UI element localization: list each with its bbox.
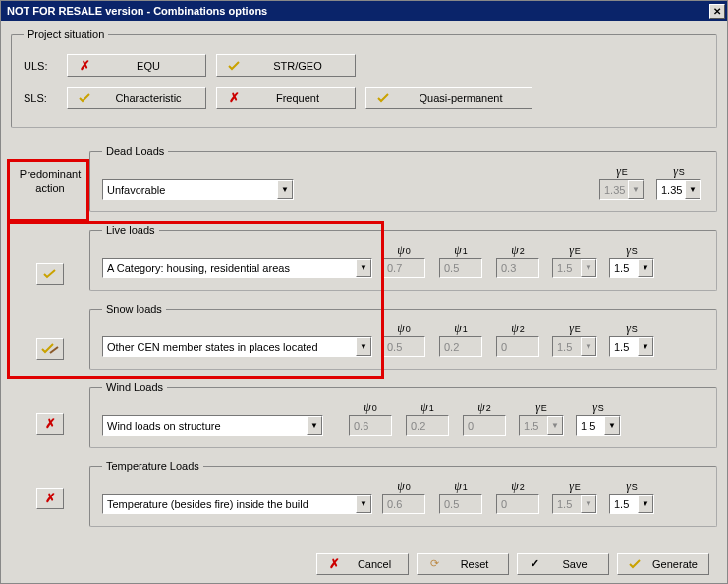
temperature-predominant-toggle[interactable]: ✗ xyxy=(36,488,64,509)
reset-label: Reset xyxy=(451,558,498,570)
dead-gS-value: 1.35 xyxy=(661,184,685,196)
wind-loads-group: Wind Loads Wind loads on structure ▼ ψ00… xyxy=(89,381,717,448)
check-icon xyxy=(227,60,241,72)
psi0-label: ψ0 xyxy=(397,322,410,334)
snow-gS-select[interactable]: 1.5▼ xyxy=(609,336,654,357)
check-icon xyxy=(42,268,58,280)
predominant-column: Predominant action xyxy=(11,146,89,539)
dead-loads-select[interactable]: Unfavorable ▼ xyxy=(102,179,294,200)
temperature-loads-select[interactable]: Temperature (besides fire) inside the bu… xyxy=(102,494,372,514)
temp-gS-value: 1.5 xyxy=(614,498,638,510)
psi1-label: ψ1 xyxy=(420,401,433,413)
snow-gS-value: 1.5 xyxy=(614,341,638,353)
wind-psi2: 0 xyxy=(463,415,506,436)
uls-strgeo-button[interactable]: STR/GEO xyxy=(216,54,356,77)
gamma-e-label: γE xyxy=(569,322,581,334)
sls-quasi-label: Quasi-permanent xyxy=(400,92,522,104)
psi2-label: ψ2 xyxy=(511,322,524,334)
psi2-label: ψ2 xyxy=(477,401,490,413)
psi1-label: ψ1 xyxy=(454,322,467,334)
live-loads-group: Live loads A Category: housing, resident… xyxy=(89,224,717,291)
chevron-down-icon: ▼ xyxy=(356,259,371,277)
reset-button[interactable]: ⟳ Reset xyxy=(417,553,509,575)
chevron-down-icon: ▼ xyxy=(356,495,371,513)
live-gE-select[interactable]: 1.5▼ xyxy=(552,258,597,278)
footer-buttons: ✗ Cancel ⟳ Reset ✓ Save Generate xyxy=(316,553,709,575)
gamma-s-label: γS xyxy=(626,480,638,492)
window-title: NOT FOR RESALE version - Combinations op… xyxy=(7,5,267,17)
temp-gS-select[interactable]: 1.5▼ xyxy=(609,494,654,514)
svg-line-0 xyxy=(50,347,58,353)
cancel-label: Cancel xyxy=(351,558,398,570)
dead-gS-select[interactable]: 1.35 ▼ xyxy=(656,179,701,200)
close-button[interactable]: ✕ xyxy=(709,4,725,19)
sls-frequent-label: Frequent xyxy=(251,92,345,104)
snow-psi0: 0.5 xyxy=(382,336,425,357)
close-icon: ✕ xyxy=(713,6,721,17)
check-icon xyxy=(376,92,390,104)
project-situation-group: Project situation ULS: ✗ EQU STR/GEO SLS… xyxy=(11,29,717,128)
wind-psi0: 0.6 xyxy=(349,415,392,436)
wind-gE-value: 1.5 xyxy=(524,420,547,432)
x-icon: ✗ xyxy=(78,58,91,73)
check-pencil-icon xyxy=(40,342,60,356)
live-gS-select[interactable]: 1.5▼ xyxy=(609,258,654,278)
temp-psi1: 0.5 xyxy=(439,494,482,514)
gamma-s-label: γS xyxy=(673,165,685,177)
cancel-button[interactable]: ✗ Cancel xyxy=(316,553,409,575)
temp-gE-value: 1.5 xyxy=(557,498,581,510)
gamma-e-label: γE xyxy=(535,401,547,413)
live-psi0: 0.7 xyxy=(382,258,425,278)
x-icon: ✗ xyxy=(227,90,241,105)
snow-psi1: 0.2 xyxy=(439,336,482,357)
snow-gE-value: 1.5 xyxy=(557,341,581,353)
chevron-down-icon: ▼ xyxy=(581,259,596,277)
title-bar: NOT FOR RESALE version - Combinations op… xyxy=(1,1,727,21)
uls-equ-button[interactable]: ✗ EQU xyxy=(67,54,206,77)
dead-loads-group: Dead Loads Unfavorable ▼ γE 1.35 ▼ xyxy=(89,146,717,212)
chevron-down-icon: ▼ xyxy=(685,180,700,199)
x-icon: ✗ xyxy=(45,491,56,505)
live-gE-value: 1.5 xyxy=(557,263,581,274)
live-loads-select[interactable]: A Category: housing, residential areas ▼ xyxy=(102,258,372,278)
live-predominant-toggle[interactable] xyxy=(36,263,64,285)
temp-psi2: 0 xyxy=(496,494,539,514)
chevron-down-icon: ▼ xyxy=(638,259,653,277)
temp-psi0: 0.6 xyxy=(382,494,425,514)
uls-equ-label: EQU xyxy=(101,60,196,72)
snow-predominant-toggle[interactable] xyxy=(36,338,64,360)
sls-frequent-button[interactable]: ✗ Frequent xyxy=(216,87,356,109)
temp-gE-select[interactable]: 1.5▼ xyxy=(552,494,597,514)
wind-gS-select[interactable]: 1.5▼ xyxy=(576,415,621,436)
psi1-label: ψ1 xyxy=(454,480,467,492)
dead-gE-value: 1.35 xyxy=(604,184,628,196)
wind-gE-select[interactable]: 1.5▼ xyxy=(519,415,564,436)
chevron-down-icon: ▼ xyxy=(581,337,596,356)
sls-characteristic-button[interactable]: Characteristic xyxy=(67,87,206,109)
snow-gE-select[interactable]: 1.5▼ xyxy=(552,336,597,357)
chevron-down-icon: ▼ xyxy=(307,416,322,435)
dead-gE-select[interactable]: 1.35 ▼ xyxy=(599,179,644,200)
psi0-label: ψ0 xyxy=(397,480,410,492)
wind-loads-select[interactable]: Wind loads on structure ▼ xyxy=(102,415,323,436)
x-icon: ✗ xyxy=(327,556,341,571)
psi1-label: ψ1 xyxy=(454,244,467,256)
temperature-loads-group: Temperature Loads Temperature (besides f… xyxy=(89,460,717,527)
snow-loads-group: Snow loads Other CEN member states in pl… xyxy=(89,303,717,370)
check-icon xyxy=(628,558,642,570)
gamma-s-label: γS xyxy=(626,244,638,256)
sls-quasi-button[interactable]: Quasi-permanent xyxy=(365,87,532,109)
x-icon: ✗ xyxy=(45,416,56,431)
wind-predominant-toggle[interactable]: ✗ xyxy=(36,413,64,435)
generate-button[interactable]: Generate xyxy=(617,553,709,575)
uls-label: ULS: xyxy=(24,60,67,72)
chevron-down-icon: ▼ xyxy=(638,337,653,356)
dead-loads-value: Unfavorable xyxy=(107,184,277,196)
gamma-s-label: γS xyxy=(592,401,604,413)
chevron-down-icon: ▼ xyxy=(581,495,596,513)
chevron-down-icon: ▼ xyxy=(547,416,563,435)
sls-label: SLS: xyxy=(24,92,67,104)
snow-loads-select[interactable]: Other CEN member states in places locate… xyxy=(102,336,372,357)
save-button[interactable]: ✓ Save xyxy=(517,553,609,575)
gamma-e-label: γE xyxy=(616,165,628,177)
